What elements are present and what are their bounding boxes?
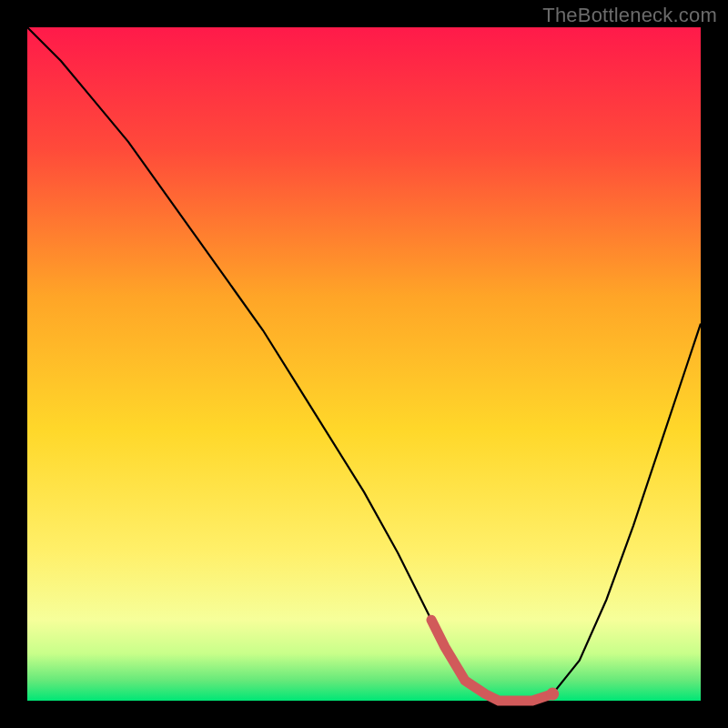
chart-canvas [0,0,728,728]
plot-area [27,27,701,701]
watermark-text: TheBottleneck.com [542,4,717,27]
optimal-point-marker [546,688,559,701]
chart-svg [0,0,728,728]
